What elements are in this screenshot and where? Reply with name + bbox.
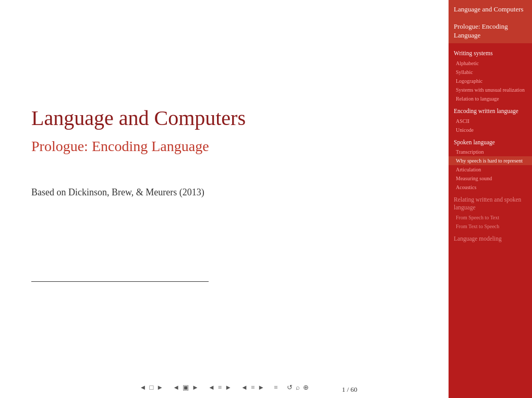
page-number: 1 / 60 [342,385,357,394]
toc-item-unusual[interactable]: Systems with unusual realization [449,85,532,94]
nav-undo[interactable]: ↺ [287,383,293,392]
nav-square[interactable]: □ [149,383,153,392]
nav-lines2[interactable]: ≡ [251,383,255,392]
slide-area: Language and Computers Prologue: Encodin… [0,0,449,398]
toc-section-writing-systems[interactable]: Writing systems [449,45,532,59]
toc-section-encoding-written[interactable]: Encoding written language [449,103,532,117]
slide-nav: ◄ □ ► ◄ ▣ ► ◄ ≡ ► ◄ ≡ ► ≡ ↺ ⌕ ⊕ [0,377,449,398]
nav-prev-eq2[interactable]: ◄ [241,383,248,392]
nav-next-eq[interactable]: ► [225,383,232,392]
nav-lines1[interactable]: ≡ [218,383,222,392]
slide-divider [31,281,209,282]
nav-next-sub[interactable]: ► [192,383,199,392]
toc-item-alphabetic[interactable]: Alphabetic [449,59,532,68]
toc-item-relation-language[interactable]: Relation to language [449,94,532,103]
toc-item-ascii[interactable]: ASCII [449,117,532,126]
toc-item-syllabic[interactable]: Syllabic [449,68,532,77]
nav-next-eq2[interactable]: ► [258,383,264,392]
slide-author: Based on Dickinson, Brew, & Meurers (201… [31,187,407,198]
nav-prev-frame[interactable]: ◄ [140,383,147,392]
toc-item-articulation[interactable]: Articulation [449,165,532,174]
nav-menu[interactable]: ≡ [274,383,277,392]
nav-settings[interactable]: ⊕ [303,383,309,392]
slide-content: Language and Computers Prologue: Encodin… [0,0,449,377]
toc-item-logographic[interactable]: Logographic [449,77,532,85]
nav-grid[interactable]: ▣ [183,383,189,392]
toc-section-language-modeling[interactable]: Language modeling [449,231,532,244]
toc-item-transcription[interactable]: Transcription [449,147,532,156]
toc-section-spoken-language[interactable]: Spoken language [449,134,532,148]
nav-prev-sub[interactable]: ◄ [173,383,179,392]
toc-item-speech-to-text[interactable]: From Speech to Text [449,213,532,222]
nav-zoom[interactable]: ⌕ [296,383,300,392]
slide-title: Language and Computers [31,106,407,131]
slide-subtitle: Prologue: Encoding Language [31,137,407,156]
toc-item-text-to-speech[interactable]: From Text to Speech [449,222,532,231]
toc-item-unicode[interactable]: Unicode [449,126,532,134]
toc-top-item-language-computers[interactable]: Language and Computers [449,0,532,17]
sidebar: Language and Computers Prologue: Encodin… [449,0,532,398]
toc-top-item-prologue[interactable]: Prologue: Encoding Language [449,17,532,43]
toc-item-acoustics[interactable]: Acoustics [449,183,532,192]
nav-next-frame[interactable]: ► [156,383,163,392]
toc-section-relating[interactable]: Relating written and spoken language [449,192,532,213]
toc-item-measuring-sound[interactable]: Measuring sound [449,174,532,183]
toc-item-why-speech[interactable]: Why speech is hard to represent [449,156,532,165]
nav-prev-eq[interactable]: ◄ [208,383,215,392]
